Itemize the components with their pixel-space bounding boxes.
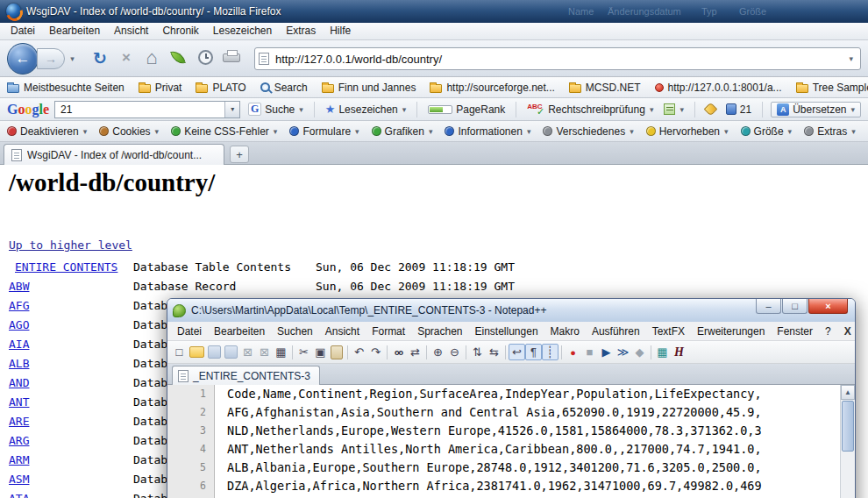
npp-menu-sprachen[interactable]: Sprachen <box>411 325 468 338</box>
entry-link[interactable]: AIA <box>9 335 133 354</box>
npp-menu-suchen[interactable]: Suchen <box>271 325 319 338</box>
firefox-titlebar[interactable]: WsgiDAV - Index of /world-db/country/ - … <box>0 0 868 23</box>
open-folder-icon[interactable] <box>189 346 204 358</box>
webdev-informationen[interactable]: Informationen▾ <box>443 125 532 138</box>
menu-ansicht[interactable]: Ansicht <box>107 23 155 39</box>
highlight-button[interactable] <box>703 103 718 115</box>
minimize-button[interactable]: – <box>756 299 781 314</box>
indent-guide-icon[interactable]: ┊ <box>542 344 559 360</box>
close-button[interactable]: × <box>808 299 848 314</box>
npp-menu-datei[interactable]: Datei <box>171 325 208 338</box>
google-suche-button[interactable]: GSuche▾ <box>245 102 306 117</box>
bookmark-most-visited[interactable]: Meistbesuchte Seiten <box>7 82 125 94</box>
history-dropdown-button[interactable]: ▾ <box>67 51 78 67</box>
scroll-thumb[interactable] <box>842 401 854 452</box>
copy-icon[interactable]: ▣ <box>312 344 329 360</box>
webdev-verschiedenes[interactable]: Verschiedenes▾ <box>541 125 635 138</box>
back-button[interactable]: ← <box>7 43 39 75</box>
bookmark-finn-und-jannes[interactable]: Finn und Jannes <box>322 82 416 94</box>
npp-menu-help[interactable]: ? <box>819 325 837 338</box>
bookmark-localhost-8001[interactable]: http://127.0.0.1:8001/a... <box>655 82 782 94</box>
entry-link[interactable]: ANT <box>9 393 133 412</box>
zoom-out-icon[interactable]: ⊖ <box>446 344 463 360</box>
multi-play-macro-icon[interactable]: ≫ <box>615 344 631 360</box>
close-all-docs-icon[interactable]: ⊠ <box>256 344 273 360</box>
menu-bearbeiten[interactable]: Bearbeiten <box>42 23 107 39</box>
entry-link[interactable]: ARE <box>9 412 133 431</box>
undo-icon[interactable]: ↶ <box>351 344 367 360</box>
entry-link[interactable]: ALB <box>9 354 133 374</box>
bookmark-plato[interactable]: PLATO <box>196 82 245 94</box>
entry-link[interactable]: ENTIRE CONTENTS <box>9 258 133 277</box>
editor[interactable]: 1Code,Name,Continent,Region,SurfaceArea,… <box>167 385 855 498</box>
bookmark-mcsd[interactable]: MCSD.NET <box>569 82 641 94</box>
tab-wsgidav[interactable]: WsgiDAV - Index of /world-db/count... <box>4 144 224 165</box>
entry-link[interactable]: AGO <box>9 316 133 335</box>
home-button[interactable]: ⌂ <box>140 46 163 69</box>
scroll-up-button[interactable]: ▲ <box>841 385 855 400</box>
menu-lesezeichen[interactable]: Lesezeichen <box>206 23 279 39</box>
entry-link[interactable]: AND <box>9 374 133 393</box>
new-tab-button[interactable]: + <box>230 146 249 163</box>
entry-link[interactable]: ASM <box>9 470 133 489</box>
reload-button[interactable]: ↻ <box>89 47 110 68</box>
bookmark-search[interactable]: Search <box>260 82 308 94</box>
bookmark-sourceforge[interactable]: http://sourceforge.net... <box>430 82 554 94</box>
autofill-button[interactable]: ▾ <box>661 103 687 116</box>
entry-link[interactable]: AFG <box>9 296 133 316</box>
webdev-deaktivieren[interactable]: Deaktivieren▾ <box>5 125 89 138</box>
notepadpp-titlebar[interactable]: C:\Users\Martin\AppData\Local\Temp\_ENTI… <box>167 299 855 322</box>
menu-datei[interactable]: Datei <box>4 23 42 39</box>
redo-icon[interactable]: ↷ <box>367 344 384 360</box>
cut-icon[interactable]: ✂ <box>295 344 312 360</box>
forward-button[interactable]: → <box>37 48 65 69</box>
word-wrap-icon[interactable]: ↩ <box>509 344 525 360</box>
webdev-formulare[interactable]: Formulare▾ <box>288 125 360 138</box>
webdev-extras[interactable]: Extras▾ <box>802 125 857 138</box>
hex-editor-icon[interactable]: H <box>671 344 687 360</box>
document-tab[interactable]: _ENTIRE_CONTENTS-3 <box>172 366 320 385</box>
show-all-chars-icon[interactable]: ¶ <box>525 344 542 360</box>
maximize-button[interactable]: □ <box>782 299 808 314</box>
close-doc-icon[interactable]: ⊠ <box>239 344 256 360</box>
npp-menu-bearbeiten[interactable]: Bearbeiten <box>208 325 271 338</box>
save-all-icon[interactable] <box>224 345 238 359</box>
bookmark-privat[interactable]: Privat <box>139 82 182 94</box>
menu-chronik[interactable]: Chronik <box>155 23 205 39</box>
addon-leaf-icon[interactable] <box>170 48 186 66</box>
uebersetzen-button[interactable]: AÜbersetzen▾ <box>771 102 861 117</box>
webdev-groesse[interactable]: Größe▾ <box>739 125 794 138</box>
entry-link[interactable]: ATA <box>9 489 133 498</box>
vertical-scrollbar[interactable]: ▲ <box>840 385 855 498</box>
webdev-cookies[interactable]: Cookies▾ <box>97 125 160 138</box>
stop-macro-icon[interactable]: ■ <box>581 344 598 360</box>
url-bar[interactable]: http://127.0.0.1/world-db/country/ ▾ <box>254 47 861 70</box>
entry-link[interactable]: ARM <box>9 451 133 470</box>
play-macro-icon[interactable]: ▶ <box>598 344 615 360</box>
find-icon[interactable]: oo <box>390 344 407 360</box>
zoom-in-icon[interactable]: ⊕ <box>430 344 446 360</box>
search-dropdown-icon[interactable]: ▾ <box>224 102 239 117</box>
view-in-browser-icon[interactable]: ▦ <box>654 344 671 360</box>
npp-menu-ausfuehren[interactable]: Ausführen <box>586 325 646 338</box>
sync-vertical-icon[interactable]: ⇅ <box>469 344 486 360</box>
paste-icon[interactable] <box>331 345 343 359</box>
entry-link[interactable]: ARG <box>9 431 133 451</box>
npp-menu-textfx[interactable]: TextFX <box>646 325 691 338</box>
npp-menu-makro[interactable]: Makro <box>544 325 586 338</box>
urlbar-dropdown-icon[interactable]: ▾ <box>845 54 857 63</box>
close-document-button[interactable]: X <box>837 325 856 338</box>
entry-link[interactable]: ABW <box>9 277 133 296</box>
save-icon[interactable] <box>208 345 221 359</box>
webdev-hervorheben[interactable]: Hervorheben▾ <box>644 125 730 138</box>
save-macro-icon[interactable]: ◆ <box>631 344 648 360</box>
history-clock-icon[interactable] <box>198 50 213 65</box>
npp-menu-erweiterungen[interactable]: Erweiterungen <box>691 325 771 338</box>
bookmark-tree-samples[interactable]: Tree Samples <box>796 82 868 94</box>
replace-icon[interactable]: ⇄ <box>407 344 423 360</box>
stop-button[interactable]: × <box>116 47 137 68</box>
webdev-grafiken[interactable]: Grafiken▾ <box>370 125 435 138</box>
npp-menu-einstellungen[interactable]: Einstellungen <box>469 325 544 338</box>
print-doc-icon[interactable]: ▦ <box>273 344 289 360</box>
pagerank-indicator[interactable]: PageRank <box>425 103 508 117</box>
